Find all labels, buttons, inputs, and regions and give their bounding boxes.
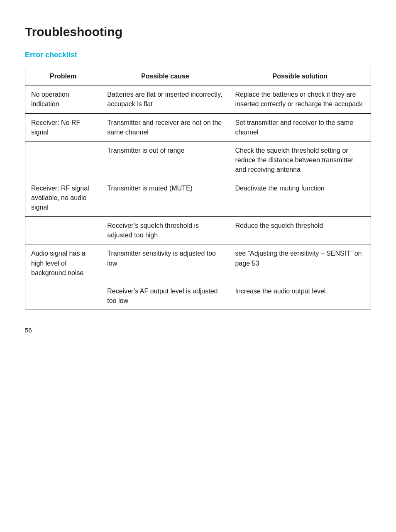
troubleshooting-table: Problem Possible cause Possible solution… <box>25 67 371 310</box>
cell-cause: Transmitter is out of range <box>101 141 229 179</box>
cell-solution: Replace the batteries or check if they a… <box>229 85 371 113</box>
cell-solution: Increase the audio output level <box>229 282 371 310</box>
cell-solution: Deactivate the muting function <box>229 179 371 217</box>
table-row: Receiver’s AF output level is adjusted t… <box>25 282 371 310</box>
cell-solution: Check the squelch threshold setting or r… <box>229 141 371 179</box>
header-cause: Possible cause <box>101 67 229 85</box>
cell-solution: Reduce the squelch threshold <box>229 217 371 244</box>
cell-solution: Set transmitter and receiver to the same… <box>229 113 371 141</box>
table-row: No operation indicationBatteries are fla… <box>25 85 371 113</box>
table-header-row: Problem Possible cause Possible solution <box>25 67 371 85</box>
cell-problem: Receiver: No RF signal <box>25 113 101 141</box>
cell-cause: Transmitter sensitivity is adjusted too … <box>101 244 229 282</box>
table-row: Audio signal has a high level of backgro… <box>25 244 371 282</box>
cell-problem: Receiver: RF signal available, no audio … <box>25 179 101 217</box>
table-row: Receiver: RF signal available, no audio … <box>25 179 371 217</box>
table-row: Receiver: No RF signalTransmitter and re… <box>25 113 371 141</box>
cell-problem <box>25 141 101 179</box>
cell-cause: Transmitter and receiver are not on the … <box>101 113 229 141</box>
cell-cause: Receiver’s squelch threshold is adjusted… <box>101 217 229 244</box>
cell-cause: Receiver’s AF output level is adjusted t… <box>101 282 229 310</box>
section-heading: Error checklist <box>25 51 371 59</box>
page-number: 56 <box>25 327 371 334</box>
cell-problem <box>25 217 101 244</box>
cell-cause: Transmitter is muted (MUTE) <box>101 179 229 217</box>
page-title: Troubleshooting <box>25 25 371 39</box>
table-row: Receiver’s squelch threshold is adjusted… <box>25 217 371 244</box>
cell-cause: Batteries are flat or inserted incorrect… <box>101 85 229 113</box>
cell-problem <box>25 282 101 310</box>
header-problem: Problem <box>25 67 101 85</box>
cell-problem: No operation indication <box>25 85 101 113</box>
header-solution: Possible solution <box>229 67 371 85</box>
table-row: Transmitter is out of rangeCheck the squ… <box>25 141 371 179</box>
cell-solution: see “Adjusting the sensitivity – SENSIT”… <box>229 244 371 282</box>
cell-problem: Audio signal has a high level of backgro… <box>25 244 101 282</box>
